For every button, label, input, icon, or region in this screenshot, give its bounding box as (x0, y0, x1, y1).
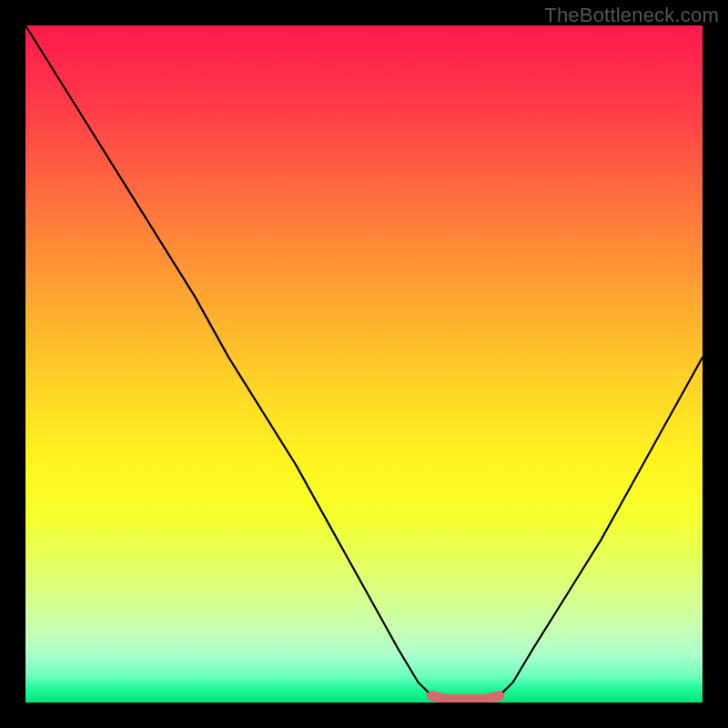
chart-svg (25, 25, 703, 703)
watermark-text: TheBottleneck.com (544, 4, 719, 27)
chart-plot-area (25, 25, 703, 703)
bottleneck-curve-path (25, 25, 703, 699)
optimal-range-highlight (431, 696, 499, 700)
